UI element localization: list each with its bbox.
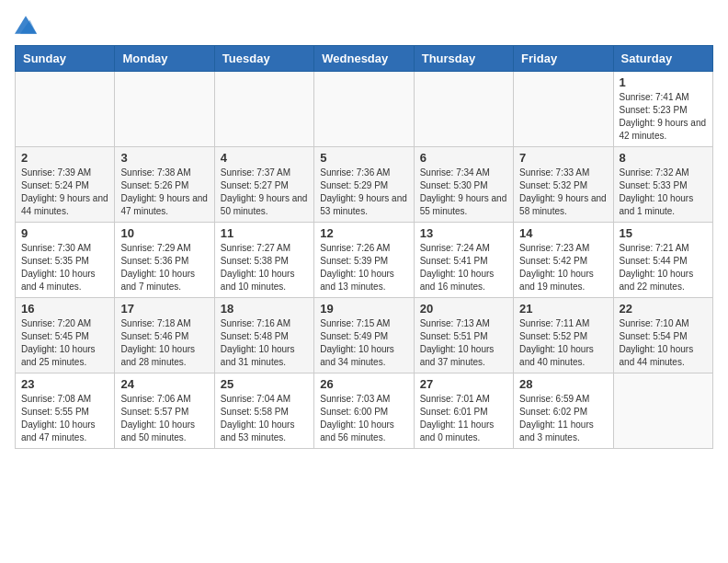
day-info: Sunrise: 7:21 AM Sunset: 5:44 PM Dayligh… — [620, 242, 707, 293]
col-header-friday: Friday — [514, 46, 613, 72]
calendar-week-row: 23Sunrise: 7:08 AM Sunset: 5:55 PM Dayli… — [16, 373, 713, 449]
day-number: 1 — [620, 75, 707, 89]
calendar-cell: 23Sunrise: 7:08 AM Sunset: 5:55 PM Dayli… — [16, 373, 115, 449]
calendar-cell — [613, 373, 712, 449]
calendar-cell: 11Sunrise: 7:27 AM Sunset: 5:38 PM Dayli… — [214, 223, 313, 298]
logo — [15, 15, 40, 34]
col-header-thursday: Thursday — [414, 46, 513, 72]
day-info: Sunrise: 7:18 AM Sunset: 5:46 PM Dayligh… — [120, 317, 208, 369]
day-info: Sunrise: 7:37 AM Sunset: 5:27 PM Dayligh… — [221, 167, 308, 218]
day-number: 10 — [120, 226, 208, 240]
calendar-cell: 22Sunrise: 7:10 AM Sunset: 5:54 PM Dayli… — [613, 298, 712, 373]
day-info: Sunrise: 7:10 AM Sunset: 5:54 PM Dayligh… — [620, 317, 707, 369]
day-number: 6 — [420, 151, 507, 165]
calendar-cell: 9Sunrise: 7:30 AM Sunset: 5:35 PM Daylig… — [16, 223, 115, 298]
calendar-cell: 19Sunrise: 7:15 AM Sunset: 5:49 PM Dayli… — [314, 298, 414, 373]
calendar-cell: 21Sunrise: 7:11 AM Sunset: 5:52 PM Dayli… — [514, 298, 613, 373]
page-header — [15, 15, 713, 34]
day-number: 27 — [420, 377, 507, 391]
day-info: Sunrise: 7:30 AM Sunset: 5:35 PM Dayligh… — [21, 242, 108, 293]
day-info: Sunrise: 7:04 AM Sunset: 5:58 PM Dayligh… — [221, 393, 308, 444]
day-number: 13 — [420, 226, 507, 240]
day-number: 7 — [519, 151, 607, 165]
day-number: 8 — [620, 151, 707, 165]
day-number: 26 — [320, 377, 407, 391]
day-number: 2 — [21, 151, 108, 165]
col-header-wednesday: Wednesday — [314, 46, 414, 72]
calendar-cell: 3Sunrise: 7:38 AM Sunset: 5:26 PM Daylig… — [115, 147, 214, 223]
day-info: Sunrise: 7:29 AM Sunset: 5:36 PM Dayligh… — [120, 242, 208, 293]
day-info: Sunrise: 7:26 AM Sunset: 5:39 PM Dayligh… — [320, 242, 407, 293]
calendar-cell: 14Sunrise: 7:23 AM Sunset: 5:42 PM Dayli… — [514, 223, 613, 298]
day-info: Sunrise: 7:06 AM Sunset: 5:57 PM Dayligh… — [120, 393, 208, 444]
calendar-cell — [514, 72, 613, 147]
col-header-sunday: Sunday — [16, 46, 115, 72]
calendar-cell: 16Sunrise: 7:20 AM Sunset: 5:45 PM Dayli… — [16, 298, 115, 373]
calendar-cell — [16, 72, 115, 147]
day-info: Sunrise: 7:41 AM Sunset: 5:23 PM Dayligh… — [620, 91, 707, 143]
calendar-table: SundayMondayTuesdayWednesdayThursdayFrid… — [15, 45, 713, 449]
day-number: 20 — [420, 302, 507, 316]
calendar-header-row: SundayMondayTuesdayWednesdayThursdayFrid… — [16, 46, 713, 72]
day-info: Sunrise: 7:01 AM Sunset: 6:01 PM Dayligh… — [420, 393, 507, 444]
day-number: 12 — [320, 226, 407, 240]
day-info: Sunrise: 7:03 AM Sunset: 6:00 PM Dayligh… — [320, 393, 407, 444]
calendar-week-row: 9Sunrise: 7:30 AM Sunset: 5:35 PM Daylig… — [16, 223, 713, 298]
day-info: Sunrise: 7:34 AM Sunset: 5:30 PM Dayligh… — [420, 167, 507, 218]
day-info: Sunrise: 7:11 AM Sunset: 5:52 PM Dayligh… — [519, 317, 607, 369]
day-number: 5 — [320, 151, 407, 165]
day-number: 19 — [320, 302, 407, 316]
day-info: Sunrise: 7:23 AM Sunset: 5:42 PM Dayligh… — [519, 242, 607, 293]
calendar-cell: 10Sunrise: 7:29 AM Sunset: 5:36 PM Dayli… — [115, 223, 214, 298]
calendar-cell: 18Sunrise: 7:16 AM Sunset: 5:48 PM Dayli… — [214, 298, 313, 373]
calendar-cell: 8Sunrise: 7:32 AM Sunset: 5:33 PM Daylig… — [613, 147, 712, 223]
calendar-cell: 7Sunrise: 7:33 AM Sunset: 5:32 PM Daylig… — [514, 147, 613, 223]
calendar-cell — [314, 72, 414, 147]
day-number: 11 — [221, 226, 308, 240]
calendar-cell: 6Sunrise: 7:34 AM Sunset: 5:30 PM Daylig… — [414, 147, 513, 223]
col-header-monday: Monday — [115, 46, 214, 72]
day-info: Sunrise: 6:59 AM Sunset: 6:02 PM Dayligh… — [519, 393, 607, 444]
logo-icon — [15, 16, 37, 34]
calendar-cell: 12Sunrise: 7:26 AM Sunset: 5:39 PM Dayli… — [314, 223, 414, 298]
day-number: 21 — [519, 302, 607, 316]
day-number: 16 — [21, 302, 108, 316]
calendar-cell: 20Sunrise: 7:13 AM Sunset: 5:51 PM Dayli… — [414, 298, 513, 373]
day-info: Sunrise: 7:20 AM Sunset: 5:45 PM Dayligh… — [21, 317, 108, 369]
day-info: Sunrise: 7:15 AM Sunset: 5:49 PM Dayligh… — [320, 317, 407, 369]
day-number: 9 — [21, 226, 108, 240]
calendar-cell: 28Sunrise: 6:59 AM Sunset: 6:02 PM Dayli… — [514, 373, 613, 449]
calendar-week-row: 2Sunrise: 7:39 AM Sunset: 5:24 PM Daylig… — [16, 147, 713, 223]
calendar-cell — [414, 72, 513, 147]
day-number: 3 — [120, 151, 208, 165]
day-number: 24 — [120, 377, 208, 391]
day-info: Sunrise: 7:33 AM Sunset: 5:32 PM Dayligh… — [519, 167, 607, 218]
calendar-cell: 13Sunrise: 7:24 AM Sunset: 5:41 PM Dayli… — [414, 223, 513, 298]
calendar-week-row: 16Sunrise: 7:20 AM Sunset: 5:45 PM Dayli… — [16, 298, 713, 373]
day-info: Sunrise: 7:38 AM Sunset: 5:26 PM Dayligh… — [120, 167, 208, 218]
day-info: Sunrise: 7:36 AM Sunset: 5:29 PM Dayligh… — [320, 167, 407, 218]
calendar-cell — [115, 72, 214, 147]
day-number: 25 — [221, 377, 308, 391]
day-number: 17 — [120, 302, 208, 316]
calendar-cell: 25Sunrise: 7:04 AM Sunset: 5:58 PM Dayli… — [214, 373, 313, 449]
day-info: Sunrise: 7:16 AM Sunset: 5:48 PM Dayligh… — [221, 317, 308, 369]
day-number: 18 — [221, 302, 308, 316]
day-number: 23 — [21, 377, 108, 391]
calendar-cell: 5Sunrise: 7:36 AM Sunset: 5:29 PM Daylig… — [314, 147, 414, 223]
calendar-cell: 4Sunrise: 7:37 AM Sunset: 5:27 PM Daylig… — [214, 147, 313, 223]
calendar-week-row: 1Sunrise: 7:41 AM Sunset: 5:23 PM Daylig… — [16, 72, 713, 147]
calendar-cell: 24Sunrise: 7:06 AM Sunset: 5:57 PM Dayli… — [115, 373, 214, 449]
day-info: Sunrise: 7:27 AM Sunset: 5:38 PM Dayligh… — [221, 242, 308, 293]
calendar-cell: 17Sunrise: 7:18 AM Sunset: 5:46 PM Dayli… — [115, 298, 214, 373]
calendar-cell: 2Sunrise: 7:39 AM Sunset: 5:24 PM Daylig… — [16, 147, 115, 223]
calendar-cell — [214, 72, 313, 147]
day-number: 4 — [221, 151, 308, 165]
day-number: 14 — [519, 226, 607, 240]
day-info: Sunrise: 7:39 AM Sunset: 5:24 PM Dayligh… — [21, 167, 108, 218]
day-number: 15 — [620, 226, 707, 240]
calendar-cell: 27Sunrise: 7:01 AM Sunset: 6:01 PM Dayli… — [414, 373, 513, 449]
day-info: Sunrise: 7:24 AM Sunset: 5:41 PM Dayligh… — [420, 242, 507, 293]
day-info: Sunrise: 7:13 AM Sunset: 5:51 PM Dayligh… — [420, 317, 507, 369]
day-number: 22 — [620, 302, 707, 316]
